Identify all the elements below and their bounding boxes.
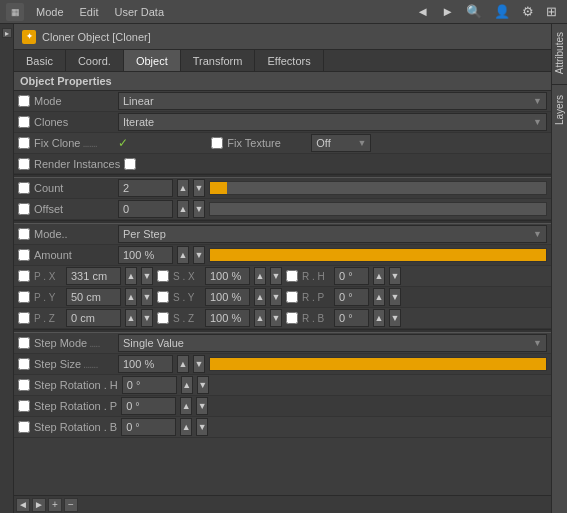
px-input[interactable] [66,267,121,285]
amount-down-btn[interactable]: ▼ [193,246,205,264]
rh-checkbox[interactable] [286,270,298,282]
step-rot-b-checkbox[interactable] [18,421,30,433]
fix-texture-checkbox[interactable] [211,137,223,149]
sz-input[interactable] [205,309,250,327]
fix-texture-dropdown[interactable]: Off ▼ [311,134,371,152]
menu-userdata[interactable]: User Data [111,4,169,20]
py-down-btn[interactable]: ▼ [141,288,153,306]
count-input[interactable] [118,179,173,197]
sz-up-btn[interactable]: ▲ [254,309,266,327]
rh-down-btn[interactable]: ▼ [389,267,401,285]
clones-checkbox[interactable] [18,116,30,128]
px-checkbox[interactable] [18,270,30,282]
step-rot-b-up-btn[interactable]: ▲ [180,418,192,436]
tab-coord[interactable]: Coord. [66,50,124,71]
rb-checkbox[interactable] [286,312,298,324]
grid-icon[interactable]: ⊞ [542,2,561,21]
person-icon[interactable]: 👤 [490,2,514,21]
tab-basic[interactable]: Basic [14,50,66,71]
rb-down-btn[interactable]: ▼ [389,309,401,327]
step-rot-h-input[interactable] [122,376,177,394]
px-down-btn[interactable]: ▼ [141,267,153,285]
sy-input[interactable] [205,288,250,306]
nav-prev-btn[interactable]: ◄ [16,498,30,512]
rb-input[interactable] [334,309,369,327]
layers-tab[interactable]: Layers [552,87,567,133]
amount-slider[interactable] [209,248,547,262]
offset-input[interactable] [118,200,173,218]
step-size-down-btn[interactable]: ▼ [193,355,205,373]
sx-checkbox[interactable] [157,270,169,282]
arrow-right-icon[interactable]: ► [437,2,458,21]
count-down-btn[interactable]: ▼ [193,179,205,197]
step-size-checkbox[interactable] [18,358,30,370]
count-up-btn[interactable]: ▲ [177,179,189,197]
zoom-out-btn[interactable]: − [64,498,78,512]
step-rot-h-checkbox[interactable] [18,379,30,391]
mode-checkbox[interactable] [18,95,30,107]
fix-clone-checkbox[interactable] [18,137,30,149]
tab-effectors[interactable]: Effectors [255,50,323,71]
rh-input[interactable] [334,267,369,285]
mode2-dropdown[interactable]: Per Step ▼ [118,225,547,243]
step-rot-b-down-btn[interactable]: ▼ [196,418,208,436]
step-rot-p-up-btn[interactable]: ▲ [180,397,192,415]
settings-icon[interactable]: ⚙ [518,2,538,21]
rp-up-btn[interactable]: ▲ [373,288,385,306]
amount-input[interactable] [118,246,173,264]
count-slider[interactable] [209,181,547,195]
nav-next-btn[interactable]: ► [32,498,46,512]
offset-checkbox[interactable] [18,203,30,215]
py-input[interactable] [66,288,121,306]
tab-object[interactable]: Object [124,50,181,71]
pz-up-btn[interactable]: ▲ [125,309,137,327]
step-mode-dropdown[interactable]: Single Value ▼ [118,334,547,352]
offset-up-btn[interactable]: ▲ [177,200,189,218]
mode-dropdown[interactable]: Linear ▼ [118,92,547,110]
step-rot-h-down-btn[interactable]: ▼ [197,376,209,394]
px-up-btn[interactable]: ▲ [125,267,137,285]
search-icon[interactable]: 🔍 [462,2,486,21]
step-size-slider[interactable] [209,357,547,371]
offset-slider[interactable] [209,202,547,216]
rp-checkbox[interactable] [286,291,298,303]
step-rot-b-input[interactable] [121,418,176,436]
rh-up-btn[interactable]: ▲ [373,267,385,285]
step-rot-h-up-btn[interactable]: ▲ [181,376,193,394]
sy-up-btn[interactable]: ▲ [254,288,266,306]
offset-down-btn[interactable]: ▼ [193,200,205,218]
step-mode-checkbox[interactable] [18,337,30,349]
sy-checkbox[interactable] [157,291,169,303]
collapse-icon[interactable]: ▸ [2,28,12,38]
tab-transform[interactable]: Transform [181,50,256,71]
sz-checkbox[interactable] [157,312,169,324]
step-rot-p-input[interactable] [121,397,176,415]
render-instances-toggle[interactable] [124,158,136,170]
count-checkbox[interactable] [18,182,30,194]
pz-down-btn[interactable]: ▼ [141,309,153,327]
step-rot-p-down-btn[interactable]: ▼ [196,397,208,415]
rp-down-btn[interactable]: ▼ [389,288,401,306]
pz-checkbox[interactable] [18,312,30,324]
amount-up-btn[interactable]: ▲ [177,246,189,264]
attributes-tab[interactable]: Attributes [552,24,567,82]
sy-down-btn[interactable]: ▼ [270,288,282,306]
sx-down-btn[interactable]: ▼ [270,267,282,285]
sx-up-btn[interactable]: ▲ [254,267,266,285]
rp-input[interactable] [334,288,369,306]
menu-mode[interactable]: Mode [32,4,68,20]
arrow-left-icon[interactable]: ◄ [412,2,433,21]
menu-edit[interactable]: Edit [76,4,103,20]
render-instances-checkbox[interactable] [18,158,30,170]
step-size-input[interactable] [118,355,173,373]
mode2-checkbox[interactable] [18,228,30,240]
step-rot-p-checkbox[interactable] [18,400,30,412]
zoom-in-btn[interactable]: + [48,498,62,512]
py-up-btn[interactable]: ▲ [125,288,137,306]
step-size-up-btn[interactable]: ▲ [177,355,189,373]
py-checkbox[interactable] [18,291,30,303]
clones-dropdown[interactable]: Iterate ▼ [118,113,547,131]
sz-down-btn[interactable]: ▼ [270,309,282,327]
sx-input[interactable] [205,267,250,285]
amount-checkbox[interactable] [18,249,30,261]
